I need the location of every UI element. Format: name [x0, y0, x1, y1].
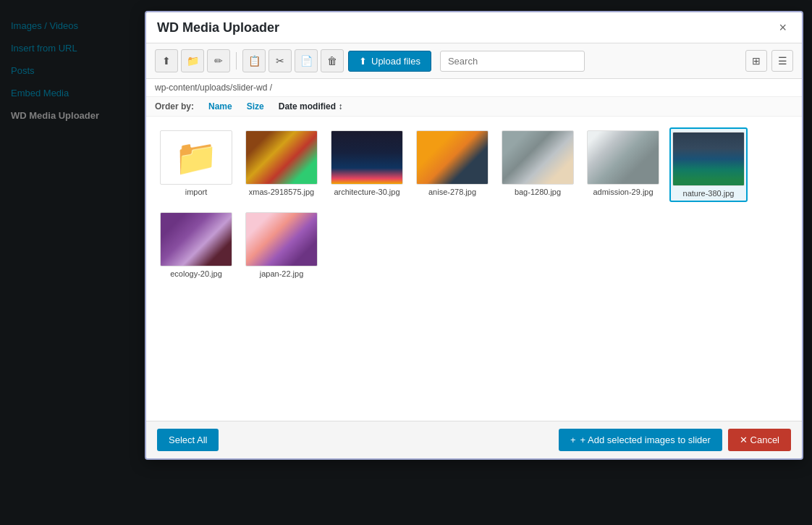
path-bar: wp-content/uploads/slider-wd /	[146, 79, 802, 97]
upload-icon: ⬆	[359, 56, 367, 67]
upload-files-button[interactable]: ⬆ Upload files	[348, 51, 431, 72]
order-bar: Order by: Name Size Date modified ↕	[146, 97, 802, 117]
file-item-xmas[interactable]: xmas-2918575.jpg	[242, 127, 321, 202]
image-thumb-admission	[587, 130, 659, 185]
delete-btn[interactable]: 🗑	[321, 49, 344, 72]
file-name-import: import	[185, 188, 208, 196]
file-item-admission[interactable]: admission-29.jpg	[584, 127, 662, 202]
cut-btn[interactable]: ✂	[268, 49, 292, 72]
image-thumb-xmas	[245, 130, 318, 185]
footer-right-buttons: + + Add selected images to slider ✕ Canc…	[559, 429, 791, 451]
modal-dialog: WD Media Uploader × ⬆ 📁 ✏ 📋 ✂ 📄 🗑 ⬆ Uplo…	[145, 11, 803, 460]
order-by-date[interactable]: Date modified ↕	[279, 101, 343, 112]
toolbar-separator-1	[236, 52, 237, 70]
toolbar: ⬆ 📁 ✏ 📋 ✂ 📄 🗑 ⬆ Upload files ⊞ ☰	[146, 43, 802, 79]
file-item-nature[interactable]: nature-380.jpg	[669, 127, 748, 202]
file-item-bag[interactable]: bag-1280.jpg	[499, 127, 577, 202]
add-icon: +	[570, 434, 576, 445]
image-thumb-architecture	[331, 130, 403, 185]
folder-icon: 📁	[174, 130, 218, 185]
copy-btn[interactable]: 📋	[242, 49, 266, 72]
image-thumb-nature	[672, 132, 745, 186]
file-name-ecology: ecology-20.jpg	[170, 269, 222, 278]
select-all-button[interactable]: Select All	[157, 429, 219, 451]
list-view-button[interactable]: ☰	[771, 50, 793, 72]
search-input[interactable]	[440, 51, 585, 72]
order-by-name[interactable]: Name	[208, 101, 232, 112]
toolbar-view-controls: ⊞ ☰	[745, 50, 793, 72]
edit-btn[interactable]: ✏	[207, 49, 230, 72]
file-name-bag: bag-1280.jpg	[515, 188, 561, 196]
file-item-ecology[interactable]: ecology-20.jpg	[157, 209, 235, 281]
cancel-button[interactable]: ✕ Cancel	[728, 429, 791, 451]
image-thumb-ecology	[160, 212, 232, 266]
image-thumb-anise	[416, 130, 489, 185]
file-name-anise: anise-278.jpg	[428, 188, 476, 196]
current-path: wp-content/uploads/slider-wd /	[155, 83, 272, 93]
folder-thumb-import: 📁	[160, 130, 232, 185]
sort-arrow-icon: ↕	[338, 101, 342, 112]
order-by-label: Order by:	[155, 101, 194, 112]
image-thumb-japan	[245, 212, 318, 266]
file-item-import[interactable]: 📁 import	[157, 127, 235, 202]
new-folder-btn[interactable]: 📁	[181, 49, 204, 72]
upload-files-label: Upload files	[371, 56, 420, 67]
paste-btn[interactable]: 📄	[295, 49, 318, 72]
file-name-admission: admission-29.jpg	[593, 188, 653, 196]
grid-view-button[interactable]: ⊞	[745, 50, 767, 72]
modal-header: WD Media Uploader ×	[146, 12, 802, 43]
file-name-japan: japan-22.jpg	[260, 269, 304, 278]
file-item-japan[interactable]: japan-22.jpg	[242, 209, 321, 281]
modal-title: WD Media Uploader	[157, 20, 279, 35]
order-by-size[interactable]: Size	[247, 101, 264, 112]
modal-close-button[interactable]: ×	[774, 20, 791, 35]
file-item-anise[interactable]: anise-278.jpg	[413, 127, 491, 202]
upload-icon-btn[interactable]: ⬆	[155, 49, 178, 72]
file-grid: 📁 import xmas-2918575.jpg architecture-3…	[146, 117, 802, 421]
add-to-slider-button[interactable]: + + Add selected images to slider	[559, 429, 722, 451]
file-item-architecture[interactable]: architecture-30.jpg	[328, 127, 406, 202]
file-name-nature: nature-380.jpg	[683, 189, 735, 198]
image-thumb-bag	[502, 130, 574, 185]
file-name-architecture: architecture-30.jpg	[334, 188, 399, 196]
file-name-xmas: xmas-2918575.jpg	[249, 188, 315, 196]
modal-footer: Select All + + Add selected images to sl…	[146, 421, 802, 458]
